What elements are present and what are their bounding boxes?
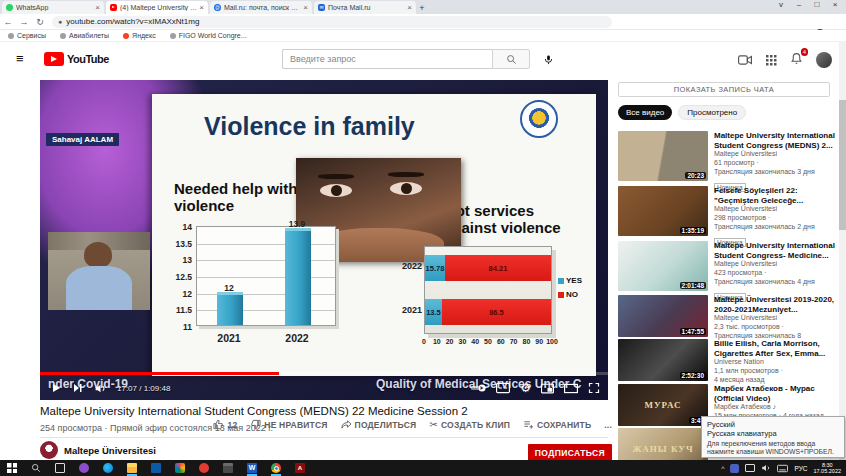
language-indicator[interactable]: РУС bbox=[794, 465, 807, 472]
browser-tab-1[interactable]: (4) Maltepe University Internatio× bbox=[106, 1, 208, 14]
close-icon[interactable]: × bbox=[830, 0, 840, 9]
address-bar[interactable]: ● youtube.com/watch?v=xIMAXxNt1mg bbox=[52, 16, 612, 28]
bookmark-3[interactable]: FIGO World Congre... bbox=[170, 32, 247, 39]
action-thumb-up[interactable]: 12 bbox=[213, 419, 237, 430]
forward-icon[interactable]: → bbox=[16, 17, 32, 27]
settings-gear-icon[interactable]: ⚙ bbox=[520, 381, 531, 395]
window-menu-icon[interactable]: v bbox=[776, 0, 786, 9]
duration-badge: 2:01:48 bbox=[680, 282, 706, 289]
related-video-channel: Maltepe Üniversitesi bbox=[714, 260, 840, 269]
taskbar-app-store[interactable] bbox=[144, 460, 168, 476]
video-thumbnail[interactable]: 20:23 bbox=[618, 131, 708, 181]
task-view-button[interactable] bbox=[48, 460, 72, 476]
taskbar-search[interactable] bbox=[24, 460, 48, 476]
video-thumbnail[interactable]: 1:35:19 bbox=[618, 186, 708, 236]
video-thumbnail[interactable]: 2:01:48 bbox=[618, 241, 708, 291]
related-video-1[interactable]: 1:35:19Felsefe Söyleşileri 22: "Geçmişte… bbox=[618, 186, 840, 249]
x-axis-label: 2022 bbox=[272, 332, 322, 344]
subscribe-button[interactable]: ПОДПИСАТЬСЯ bbox=[528, 444, 612, 461]
action-share[interactable]: ПОДЕЛИТЬСЯ bbox=[341, 419, 417, 430]
keyboard-tray-icon[interactable] bbox=[777, 464, 788, 473]
tray-chevron-icon[interactable]: ^ bbox=[721, 465, 724, 472]
miniplayer-icon[interactable] bbox=[541, 383, 554, 394]
captions-icon[interactable] bbox=[496, 382, 510, 394]
create-video-icon[interactable] bbox=[738, 54, 752, 66]
video-thumbnail[interactable]: МУРАС3:45 bbox=[618, 384, 708, 426]
mic-button[interactable] bbox=[538, 49, 558, 69]
taskbar-app-chrome[interactable] bbox=[264, 460, 288, 476]
chip-1[interactable]: Просмотрено bbox=[678, 105, 746, 120]
video-player[interactable]: Violence in family Needed help with viol… bbox=[40, 80, 608, 400]
hamburger-menu-icon[interactable]: ≡ bbox=[16, 51, 24, 66]
video-thumbnail[interactable]: 2:52:30 bbox=[618, 339, 708, 381]
tooltip-keyboard: Русская клавиатура bbox=[707, 429, 839, 438]
related-video-channel: Universe Nation bbox=[714, 358, 840, 367]
divider bbox=[40, 437, 608, 438]
video-info: Billie Eilish, Carla Morrison, Cigarette… bbox=[714, 339, 840, 384]
taskbar-app-word[interactable]: W bbox=[240, 460, 264, 476]
scrollbar-thumb[interactable] bbox=[839, 100, 846, 230]
minimize-icon[interactable]: – bbox=[794, 0, 804, 9]
taskbar-app-purple-app[interactable] bbox=[72, 460, 96, 476]
autoplay-toggle[interactable] bbox=[470, 383, 486, 393]
next-button[interactable] bbox=[72, 382, 84, 394]
input-language-tooltip: Русский Русская клавиатура Для переключе… bbox=[701, 416, 845, 458]
channel-name[interactable]: Maltepe Üniversitesi bbox=[64, 445, 156, 456]
progress-bar[interactable] bbox=[40, 372, 608, 375]
taskbar-app-photos[interactable] bbox=[168, 460, 192, 476]
action-clip[interactable]: ✂СОЗДАТЬ КЛИП bbox=[429, 419, 510, 430]
taskbar-app-calculator[interactable] bbox=[216, 460, 240, 476]
globe-icon bbox=[170, 33, 176, 39]
bookmark-1[interactable]: Авиабилеты bbox=[60, 32, 109, 39]
action-thumb-down[interactable]: НЕ НРАВИТСЯ bbox=[250, 419, 327, 430]
youtube-logo[interactable]: YouTube bbox=[44, 52, 109, 66]
taskbar-apps: WA bbox=[72, 460, 312, 476]
back-icon[interactable]: ← bbox=[0, 17, 16, 27]
network-icon[interactable] bbox=[745, 464, 755, 472]
start-button[interactable] bbox=[0, 460, 24, 476]
apps-grid-icon[interactable] bbox=[765, 54, 777, 66]
taskbar-app-acrobat[interactable]: A bbox=[288, 460, 312, 476]
show-chat-replay-button[interactable]: ПОКАЗАТЬ ЗАПИСЬ ЧАТА bbox=[618, 82, 830, 97]
fullscreen-icon[interactable] bbox=[588, 382, 600, 394]
tab-close-icon[interactable]: × bbox=[303, 3, 308, 12]
taskbar-app-edge[interactable] bbox=[96, 460, 120, 476]
bookmark-2[interactable]: Яндекс bbox=[123, 32, 156, 39]
tab-close-icon[interactable]: × bbox=[95, 3, 100, 12]
search-button[interactable] bbox=[492, 49, 530, 69]
teams-tray-icon[interactable] bbox=[730, 464, 739, 473]
youtube-avatar[interactable] bbox=[816, 52, 832, 68]
notifications-bell[interactable]: 4 bbox=[790, 51, 803, 69]
browser-tab-2[interactable]: @Mail.ru: почта, поиск в интерне× bbox=[210, 1, 312, 14]
tab-close-icon[interactable]: × bbox=[199, 3, 204, 12]
taskbar-app-red-app[interactable] bbox=[192, 460, 216, 476]
volume-button[interactable] bbox=[94, 382, 107, 395]
thumb-up-icon bbox=[213, 419, 224, 430]
action-save[interactable]: СОХРАНИТЬ bbox=[523, 419, 591, 430]
related-video-3[interactable]: 1:47:55Maltepe Üniversitesi 2019-2020, 2… bbox=[618, 295, 840, 340]
reload-icon[interactable]: ↻ bbox=[32, 17, 48, 27]
volume-tray-icon[interactable] bbox=[761, 463, 771, 473]
chip-0[interactable]: Все видео bbox=[618, 105, 672, 120]
play-button[interactable] bbox=[50, 382, 62, 394]
channel-avatar[interactable] bbox=[40, 441, 58, 459]
scrollbar-track[interactable] bbox=[839, 42, 846, 460]
tab-close-icon[interactable]: × bbox=[407, 3, 412, 12]
bookmarks-bar: СервисыАвиабилетыЯндексFIGO World Congre… bbox=[0, 30, 846, 42]
taskbar-app-explorer[interactable] bbox=[120, 460, 144, 476]
action-label: ПОДЕЛИТЬСЯ bbox=[355, 420, 417, 430]
yandex-icon bbox=[123, 33, 129, 39]
taskbar-clock[interactable]: 8:30 17.05.2022 bbox=[813, 462, 844, 475]
related-video-0[interactable]: 20:23Maltepe University International St… bbox=[618, 131, 840, 194]
browser-tab-0[interactable]: WhatsApp× bbox=[2, 1, 104, 14]
action-more[interactable]: ... bbox=[604, 420, 612, 430]
bookmark-0[interactable]: Сервисы bbox=[8, 32, 46, 39]
related-video-4[interactable]: 2:52:30Billie Eilish, Carla Morrison, Ci… bbox=[618, 339, 840, 384]
notification-badge: 4 bbox=[801, 48, 808, 56]
search-input[interactable] bbox=[282, 49, 492, 69]
new-tab-button[interactable]: + bbox=[416, 2, 428, 14]
theater-mode-icon[interactable] bbox=[564, 383, 578, 394]
browser-tab-3[interactable]: ✉Почта Mail.ru× bbox=[314, 1, 416, 14]
maximize-icon[interactable]: □ bbox=[812, 0, 822, 9]
video-thumbnail[interactable]: 1:47:55 bbox=[618, 295, 708, 337]
